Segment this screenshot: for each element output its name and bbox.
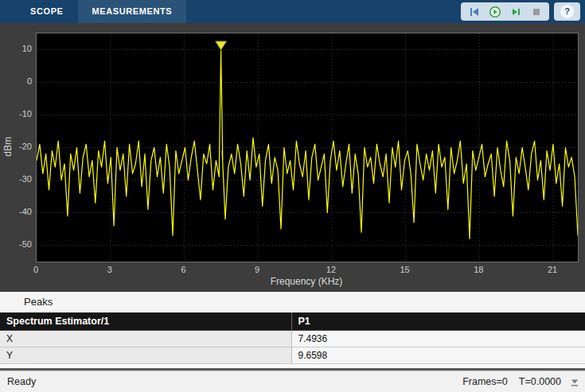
simulate-controls: ?	[461, 2, 580, 21]
help-button[interactable]: ?	[560, 5, 574, 18]
peak-y-value: 9.6598	[291, 347, 585, 364]
x-tick-label: 9	[245, 265, 269, 274]
toolstrip-tabs: SCOPE MEASUREMENTS	[0, 0, 186, 23]
peak-y-label: Y	[0, 347, 291, 364]
y-tick-label: -40	[0, 207, 32, 218]
peaks-table-p1-header: P1	[291, 312, 585, 331]
y-tick-label: 10	[0, 44, 32, 55]
peaks-table: Spectrum Estimator/1 P1 X 7.4936 Y 9.659…	[0, 312, 585, 364]
peak-x-value: 7.4936	[291, 331, 585, 347]
x-tick-label: 18	[466, 265, 490, 274]
stop-icon	[530, 6, 543, 18]
statusbar: Ready Frames=0 T=0.0000	[0, 371, 585, 392]
stop-button[interactable]	[529, 5, 543, 18]
peaks-table-channel-header: Spectrum Estimator/1	[0, 312, 291, 331]
help-icon: ?	[560, 5, 574, 18]
simulate-button-group	[461, 2, 549, 21]
tab-measurements[interactable]: MEASUREMENTS	[78, 0, 187, 23]
step-forward-icon	[509, 6, 522, 18]
y-tick-label: -30	[0, 174, 32, 185]
y-tick-label: -50	[0, 239, 32, 250]
y-tick-label: -20	[0, 142, 32, 153]
simulation-status: Frames=0 T=0.0000	[462, 376, 561, 387]
dock-button[interactable]	[569, 377, 579, 387]
run-button[interactable]	[488, 5, 501, 18]
peak-x-label: X	[0, 331, 291, 347]
status-text: Ready	[0, 376, 36, 387]
peaks-section-header[interactable]: Peaks	[0, 292, 585, 312]
frames-count: Frames=0	[462, 376, 508, 387]
step-back-icon	[468, 6, 481, 18]
peaks-table-header-row: Spectrum Estimator/1 P1	[0, 312, 585, 331]
simulation-time: T=0.0000	[519, 376, 561, 387]
x-tick-label: 0	[24, 265, 48, 274]
spectrum-plot-region: dBm Frequency (KHz) 036912151821100-10-2…	[0, 23, 585, 292]
help-button-group: ?	[554, 2, 580, 21]
tab-scope[interactable]: SCOPE	[16, 0, 78, 23]
table-row-y: Y 9.6598	[0, 347, 585, 364]
step-back-button[interactable]	[467, 5, 481, 18]
x-axis-label: Frequency (KHz)	[36, 276, 577, 287]
spectrum-trace-canvas	[37, 33, 578, 262]
x-tick-label: 12	[319, 265, 343, 274]
peaks-panel: Peaks Spectrum Estimator/1 P1 X 7.4936 Y…	[0, 292, 585, 368]
spectrum-plot[interactable]	[36, 33, 579, 262]
table-row-x: X 7.4936	[0, 331, 585, 347]
y-tick-label: 0	[0, 76, 32, 87]
x-tick-label: 3	[98, 265, 122, 274]
run-icon	[489, 6, 501, 18]
dock-icon	[570, 378, 579, 387]
x-tick-label: 15	[393, 265, 417, 274]
x-tick-label: 21	[540, 265, 564, 274]
x-tick-label: 6	[171, 265, 195, 274]
peak-marker	[216, 41, 227, 50]
spectrum-analyzer-window: SCOPE MEASUREMENTS	[0, 0, 585, 392]
y-tick-label: -10	[0, 109, 32, 120]
step-forward-button[interactable]	[509, 5, 522, 18]
toolstrip: SCOPE MEASUREMENTS	[0, 0, 585, 23]
